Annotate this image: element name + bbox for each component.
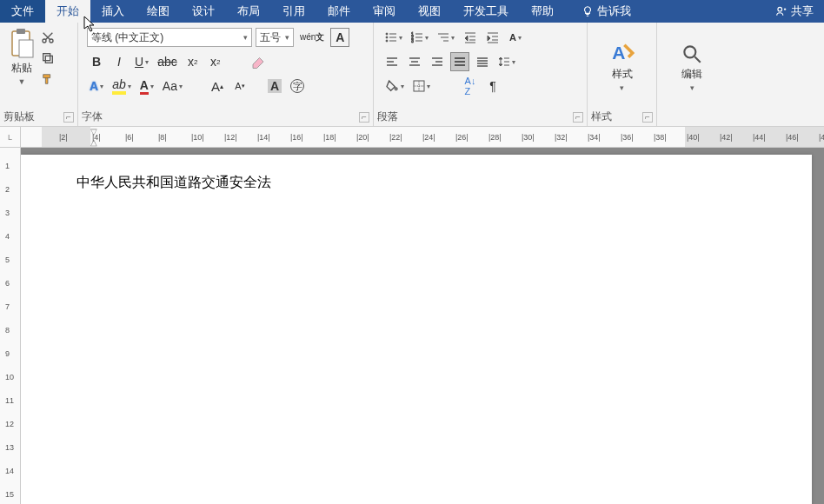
shading-button[interactable]: ▾ <box>382 76 407 96</box>
tab-mail[interactable]: 邮件 <box>316 0 362 23</box>
align-center-icon <box>409 56 421 68</box>
format-painter-button[interactable] <box>40 71 56 87</box>
vruler-tick: 8 <box>5 326 10 335</box>
tab-help[interactable]: 帮助 <box>520 0 565 23</box>
asian-layout-button[interactable]: A▾ <box>506 28 525 47</box>
numbering-button[interactable]: 123▾ <box>409 28 431 47</box>
styles-launcher[interactable]: ⌐ <box>642 112 653 123</box>
vruler-tick: 12 <box>5 420 14 428</box>
ruler-tick: |8| <box>158 133 167 142</box>
clear-formatting-button[interactable] <box>248 52 269 71</box>
lightbulb-icon <box>581 5 594 17</box>
highlight-button[interactable]: ab▾ <box>110 76 134 96</box>
increase-indent-button[interactable] <box>483 28 502 47</box>
tell-me[interactable]: 告诉我 <box>570 0 642 23</box>
document-text[interactable]: 中华人民共和国道路交通安全法 <box>76 174 271 192</box>
cut-button[interactable] <box>40 30 56 45</box>
paste-button[interactable]: 粘贴 ▼ <box>9 28 35 86</box>
share-button[interactable]: 共享 <box>765 3 824 19</box>
ruler-tick: |26| <box>455 133 468 142</box>
vruler-tick: 15 <box>5 490 14 499</box>
strikethrough-button[interactable]: abc <box>155 52 180 71</box>
menu-tabs: 文件 开始 插入 绘图 设计 布局 引用 邮件 审阅 视图 开发工具 帮助 告诉… <box>0 0 824 23</box>
outdent-icon <box>464 31 476 43</box>
font-launcher[interactable]: ⌐ <box>359 112 369 123</box>
font-family-select[interactable]: 等线 (中文正文)▾ <box>87 28 252 47</box>
bullets-icon <box>385 31 397 43</box>
horizontal-ruler[interactable]: L ▽ △ |2||4||6||8||10||12||14||16||18||2… <box>0 127 824 148</box>
vruler-tick: 11 <box>5 396 14 405</box>
ruler-tick: |12| <box>224 133 237 142</box>
distributed-button[interactable] <box>473 52 492 71</box>
svg-text:3: 3 <box>411 38 414 43</box>
align-right-button[interactable] <box>428 52 447 71</box>
editing-group-label <box>690 112 693 124</box>
underline-button[interactable]: U▾ <box>132 52 151 71</box>
ruler-tick: |32| <box>555 133 568 142</box>
borders-button[interactable]: ▾ <box>410 76 433 96</box>
grow-font-button[interactable]: A▴ <box>208 76 227 96</box>
subscript-button[interactable]: x2 <box>183 52 203 71</box>
borders-icon <box>413 80 425 92</box>
font-size-select[interactable]: 五号▾ <box>256 28 294 47</box>
tab-layout[interactable]: 布局 <box>226 0 271 23</box>
svg-rect-3 <box>19 40 33 57</box>
copy-icon <box>41 51 55 65</box>
vertical-ruler[interactable]: 123456789101112131415 <box>0 148 21 504</box>
paragraph-launcher[interactable]: ⌐ <box>573 112 583 123</box>
ruler-tick: |36| <box>621 133 634 142</box>
clipboard-launcher[interactable]: ⌐ <box>63 112 74 123</box>
ruler-tick: |16| <box>290 133 303 142</box>
tab-developer[interactable]: 开发工具 <box>452 0 520 23</box>
tab-home[interactable]: 开始 <box>45 0 90 23</box>
ruler-tick: |2| <box>59 133 68 142</box>
page[interactable]: 中华人民共和国道路交通安全法 <box>21 155 812 504</box>
tab-review[interactable]: 审阅 <box>362 0 407 23</box>
align-justify-icon <box>454 56 466 68</box>
font-size-value: 五号 <box>260 30 281 45</box>
align-justify-button[interactable] <box>450 52 469 71</box>
vruler-tick: 7 <box>5 302 10 311</box>
tab-draw[interactable]: 绘图 <box>136 0 181 23</box>
tab-design[interactable]: 设计 <box>181 0 226 23</box>
align-center-button[interactable] <box>405 52 424 71</box>
numbering-icon: 123 <box>411 31 423 43</box>
sort-button[interactable]: A↓Z <box>461 76 480 96</box>
font-color-button[interactable]: A▾ <box>137 76 156 96</box>
ruler-tick: |42| <box>720 133 733 142</box>
svg-rect-6 <box>45 56 52 63</box>
editing-button[interactable]: 编辑 ▾ <box>670 24 714 110</box>
multilevel-list-button[interactable]: ▾ <box>435 28 457 47</box>
decrease-indent-button[interactable] <box>461 28 480 47</box>
bullets-button[interactable]: ▾ <box>382 28 405 47</box>
styles-button[interactable]: A 样式 ▾ <box>600 24 645 108</box>
vruler-tick: 1 <box>5 162 10 170</box>
text-effects-button[interactable]: A▾ <box>87 76 106 96</box>
show-marks-button[interactable]: ¶ <box>483 76 502 96</box>
ruler-tick: |40| <box>687 133 700 142</box>
font-family-value: 等线 (中文正文) <box>91 30 163 45</box>
tab-view[interactable]: 视图 <box>407 0 452 23</box>
character-shading-button[interactable]: A <box>265 76 284 96</box>
ruler-tick: |18| <box>323 133 336 142</box>
bold-button[interactable]: B <box>87 52 106 71</box>
vruler-tick: 5 <box>5 255 10 264</box>
styles-btn-label: 样式 <box>612 67 633 82</box>
vruler-tick: 2 <box>5 185 10 194</box>
tab-insert[interactable]: 插入 <box>90 0 136 23</box>
phonetic-guide-button[interactable]: wén文 <box>297 28 327 47</box>
tab-references[interactable]: 引用 <box>271 0 316 23</box>
change-case-button[interactable]: Aa▾ <box>160 76 185 96</box>
character-border-button[interactable]: A <box>330 28 349 47</box>
line-spacing-button[interactable]: ▾ <box>495 52 518 71</box>
align-left-button[interactable] <box>382 52 402 71</box>
shrink-font-button[interactable]: A▾ <box>230 76 249 96</box>
copy-button[interactable] <box>40 50 56 66</box>
italic-button[interactable]: I <box>110 52 129 71</box>
enclose-characters-button[interactable]: 字 <box>288 76 307 96</box>
scissors-icon <box>41 30 55 44</box>
share-icon <box>775 5 787 17</box>
tab-file[interactable]: 文件 <box>0 0 45 23</box>
superscript-button[interactable]: x2 <box>206 52 225 71</box>
svg-point-55 <box>684 46 695 57</box>
